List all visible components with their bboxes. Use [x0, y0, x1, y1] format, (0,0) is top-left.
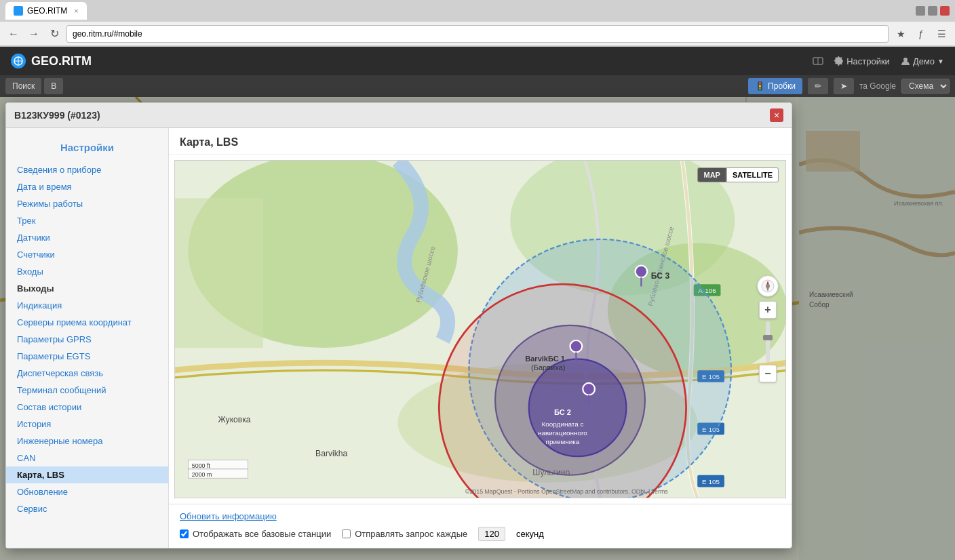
app-header: GEO.RITM Настройки Демо ▼ [0, 47, 955, 75]
sidebar-item-terminal[interactable]: Терминал сообщений [6, 382, 168, 399]
window-minimize[interactable] [916, 6, 925, 16]
svg-text:Жуковка: Жуковка [218, 415, 251, 424]
content-panel: Карта, LBS [169, 128, 792, 548]
location-btn[interactable]: ➤ [834, 78, 854, 94]
sidebar-heading: Настройки [6, 136, 168, 161]
sidebar-item-gprs[interactable]: Параметры GPRS [6, 331, 168, 348]
extension-icon[interactable]: ƒ [913, 26, 929, 42]
sidebar-item-map-lbs[interactable]: Карта, LBS [6, 466, 168, 483]
bottom-controls: Отображать все базовые станции Отправлят… [180, 527, 781, 541]
sidebar-item-eng-numbers[interactable]: Инженерные номера [6, 433, 168, 449]
chevron-down-icon: ▼ [937, 58, 944, 65]
browser-toolbar: ← → ↻ ★ ƒ ☰ [0, 22, 955, 46]
modal: В123КУ999 (#0123) × Настройки Сведения о… [5, 102, 792, 548]
browser-tab[interactable]: GEO.RITM × [5, 2, 87, 20]
bookmark-icon[interactable]: ★ [893, 26, 909, 42]
send-request-checkbox[interactable] [342, 529, 351, 538]
zoom-slider[interactable] [766, 321, 770, 362]
map-background: Рублёво-Успенское шоссе Рублёвское шоссе… [175, 161, 785, 498]
modal-close-btn[interactable]: × [770, 108, 783, 122]
traffic-label: Пробки [768, 81, 796, 91]
svg-point-40 [570, 340, 583, 353]
sidebar-item-device-info[interactable]: Сведения о приборе [6, 161, 168, 178]
svg-text:BarvikБС 1: BarvikБС 1 [525, 355, 565, 363]
svg-text:БС 2: БС 2 [554, 408, 571, 416]
sidebar-item-update[interactable]: Обновление [6, 483, 168, 500]
show-all-stations-checkbox[interactable] [180, 529, 189, 538]
map-svg: Рублёво-Успенское шоссе Рублёвское шоссе… [175, 161, 785, 498]
show-all-stations-text: Отображать все базовые станции [193, 529, 331, 539]
header-lang-btn[interactable] [813, 56, 823, 66]
sidebar-item-can[interactable]: CAN [6, 449, 168, 466]
zoom-out-btn[interactable]: − [759, 365, 777, 382]
sidebar-item-datetime[interactable]: Дата и время [6, 178, 168, 195]
demo-label: Демо [913, 56, 935, 66]
sidebar-item-history[interactable]: История [6, 416, 168, 433]
window-close[interactable] [940, 6, 950, 16]
svg-text:2000 m: 2000 m [192, 471, 212, 478]
sidebar-item-service[interactable]: Сервис [6, 500, 168, 517]
send-request-label[interactable]: Отправлять запрос каждые [342, 529, 467, 539]
pencil-btn[interactable]: ✏ [808, 78, 828, 94]
vehicles-btn[interactable]: В [44, 78, 63, 94]
traffic-btn[interactable]: 🚦 Пробки [748, 78, 802, 94]
interval-unit: секунд [516, 529, 544, 539]
svg-text:БС 3: БС 3 [651, 271, 670, 281]
svg-point-37 [636, 266, 648, 278]
window-maximize[interactable] [928, 6, 937, 16]
refresh-link[interactable]: Обновить информацию [180, 511, 277, 521]
svg-text:приемника: приемника [546, 438, 580, 445]
content-header: Карта, LBS [169, 128, 792, 155]
tab-favicon [14, 6, 23, 16]
map-type-satellite-btn[interactable]: SATELLITE [726, 167, 779, 182]
sidebar-item-indication[interactable]: Индикация [6, 297, 168, 314]
send-request-text: Отправлять запрос каждые [355, 529, 467, 539]
address-bar[interactable] [66, 25, 889, 43]
settings-btn[interactable]: Настройки [834, 56, 890, 66]
show-all-stations-label[interactable]: Отображать все базовые станции [180, 529, 331, 539]
sidebar-item-inputs[interactable]: Входы [6, 263, 168, 280]
user-btn[interactable]: Демо ▼ [901, 56, 944, 66]
sidebar-item-egts[interactable]: Параметры EGTS [6, 348, 168, 365]
back-button[interactable]: ← [5, 26, 22, 42]
compass-icon[interactable] [757, 275, 779, 297]
svg-text:©2015 MapQuest - Portions Open: ©2015 MapQuest - Portions OpenStreetMap … [465, 488, 668, 495]
search-label: Поиск [12, 81, 35, 91]
refresh-button[interactable]: ↻ [46, 26, 62, 42]
sidebar-item-sensors[interactable]: Датчики [6, 229, 168, 246]
traffic-icon: 🚦 [755, 81, 765, 91]
svg-point-56 [766, 284, 770, 288]
zoom-in-btn[interactable]: + [759, 301, 777, 319]
map-type-map-btn[interactable]: MAP [697, 167, 726, 182]
map-container[interactable]: Рублёво-Успенское шоссе Рублёвское шоссе… [174, 160, 786, 498]
svg-text:Координата с: Координата с [542, 420, 584, 428]
sidebar-item-outputs[interactable]: Выходы [6, 280, 168, 297]
sidebar-item-history-comp[interactable]: Состав истории [6, 399, 168, 416]
sidebar-item-counters[interactable]: Счетчики [6, 246, 168, 263]
svg-rect-18 [175, 198, 263, 348]
app-logo: GEO.RITM [11, 54, 813, 68]
svg-text:5000 ft: 5000 ft [192, 462, 211, 469]
forward-button[interactable]: → [26, 26, 42, 42]
map-google-label: та Google [859, 81, 896, 91]
modal-title: В123КУ999 (#0123) [14, 110, 100, 121]
search-btn[interactable]: Поиск [5, 78, 41, 94]
svg-text:навигационного: навигационного [538, 429, 587, 437]
sidebar-item-modes[interactable]: Режимы работы [6, 195, 168, 212]
bottom-panel: Обновить информацию Отображать все базов… [169, 504, 792, 548]
main-area: Nemo Исаакиевский Собор Исаакиевская пл.… [0, 97, 955, 560]
sidebar-item-dispatch[interactable]: Диспетчерская связь [6, 365, 168, 382]
sidebar-item-track[interactable]: Трек [6, 212, 168, 229]
menu-icon[interactable]: ☰ [933, 26, 950, 42]
modal-overlay: В123КУ999 (#0123) × Настройки Сведения о… [0, 97, 955, 560]
tab-close-btn[interactable]: × [74, 7, 78, 15]
svg-text:Barvikha: Barvikha [315, 449, 347, 458]
svg-text:E 105: E 105 [702, 478, 720, 485]
browser-titlebar: GEO.RITM × [0, 0, 955, 22]
sidebar: Настройки Сведения о приборе Дата и врем… [6, 128, 169, 548]
modal-body: Настройки Сведения о приборе Дата и врем… [6, 128, 792, 548]
map-type-select[interactable]: Схема [901, 79, 950, 94]
settings-label: Настройки [846, 56, 890, 66]
sidebar-item-servers[interactable]: Серверы приема координат [6, 314, 168, 331]
svg-point-44 [583, 383, 595, 395]
